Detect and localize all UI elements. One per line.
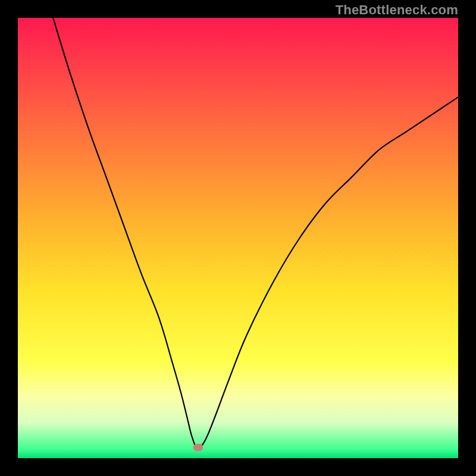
chart-background (18, 18, 458, 458)
watermark-label: TheBottleneck.com (336, 2, 458, 18)
optimum-marker (193, 444, 203, 451)
chart-frame (18, 18, 458, 458)
chart-svg (18, 18, 458, 458)
